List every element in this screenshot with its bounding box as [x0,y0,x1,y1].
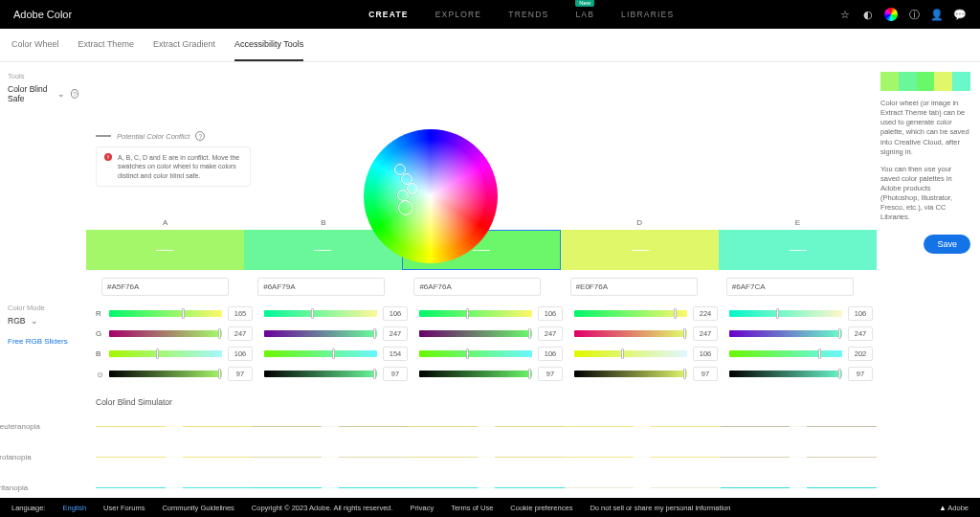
cbs-prot-label: Protanopia [0,453,96,461]
swatch-d[interactable] [561,230,719,270]
slider-bright-0[interactable] [109,371,222,377]
cbs-swatch [721,487,877,489]
slider-g-2[interactable] [419,330,532,337]
swatch-a[interactable] [86,230,244,270]
footer-terms[interactable]: Terms of Use [451,504,493,512]
val-r-2[interactable]: 106 [538,306,563,321]
sub-nav: Color Wheel Extract Theme Extract Gradie… [0,29,980,62]
color-wheel-icon[interactable] [884,8,898,21]
val-bright-1[interactable]: 97 [383,367,408,381]
footer-guidelines[interactable]: Community Guidelines [162,504,234,512]
tools-label: Tools [8,72,78,80]
star-icon[interactable]: ☆ [838,8,852,21]
slider-r-1[interactable] [264,310,377,317]
hex-d[interactable] [570,278,698,296]
cbs-swatch [721,457,877,459]
slider-g-3[interactable] [574,330,687,337]
subnav-extract[interactable]: Extract Theme [78,29,134,61]
footer-donotsell[interactable]: Do not sell or share my personal informa… [590,504,730,512]
val-b-3[interactable]: 106 [693,347,718,361]
val-b-4[interactable]: 202 [848,347,873,361]
free-sliders-link[interactable]: Free RGB Sliders [8,337,78,346]
slider-b-1[interactable] [264,350,377,357]
chevron-down-icon: ⌄ [57,89,65,99]
slider-bright-4[interactable] [729,371,842,377]
val-bright-2[interactable]: 97 [538,367,563,381]
val-b-0[interactable]: 106 [228,347,253,361]
main: Tools Color Blind Safe⌄ ? Color Mode RGB… [0,62,980,517]
help-icon[interactable]: ? [71,89,78,99]
val-r-3[interactable]: 224 [693,306,718,321]
val-g-1[interactable]: 247 [383,326,408,341]
hex-c[interactable] [413,278,541,296]
top-icons: ☆ ◐ ⓘ 👤 💬 [838,8,967,21]
footer-lang[interactable]: English [62,504,86,512]
slider-r-4[interactable] [729,310,842,317]
slider-g-0[interactable] [109,330,222,337]
center-panel: Potential Color Conflict ? ! A, B, C, D … [86,62,877,517]
nav-libraries[interactable]: LIBRARIES [621,10,674,19]
subnav-wheel[interactable]: Color Wheel [11,29,59,61]
nav-explore[interactable]: EXPLORE [435,10,482,19]
slider-b-3[interactable] [574,350,687,357]
slider-bright-3[interactable] [574,371,687,377]
cbs-swatch [96,487,252,489]
subnav-gradient[interactable]: Extract Gradient [153,29,215,61]
val-r-1[interactable]: 106 [383,306,408,321]
val-r-0[interactable]: 165 [228,306,253,321]
chat-icon[interactable]: 💬 [953,8,967,21]
val-bright-4[interactable]: 97 [848,367,873,381]
moon-icon[interactable]: ◐ [861,8,875,21]
val-g-0[interactable]: 247 [228,326,253,341]
slider-r-2[interactable] [419,310,532,317]
tool-selector[interactable]: Color Blind Safe⌄ ? [8,84,78,103]
nav-create[interactable]: CREATE [368,10,409,19]
warning-box: ! A, B, C, D and E are in conflict. Move… [96,146,251,187]
hex-e[interactable] [726,278,854,296]
val-g-3[interactable]: 247 [693,326,718,341]
cbs-swatch [565,457,721,459]
new-badge: New [575,0,594,7]
color-mode-label: Color Mode [8,303,78,312]
info-icon[interactable]: ⓘ [907,8,921,21]
val-g-2[interactable]: 247 [538,326,563,341]
footer-cookies[interactable]: Cookie preferences [510,504,572,512]
user-icon[interactable]: 👤 [930,8,944,21]
left-panel: Tools Color Blind Safe⌄ ? Color Mode RGB… [0,62,86,517]
footer-privacy[interactable]: Privacy [411,504,434,512]
slider-bright-1[interactable] [264,371,377,377]
subnav-access[interactable]: Accessibility Tools [234,29,303,61]
slider-b-4[interactable] [729,350,842,357]
hex-b[interactable] [257,278,385,296]
slider-r-3[interactable] [574,310,687,317]
cbs-swatch [408,426,564,428]
slider-b-0[interactable] [109,350,222,357]
footer-forums[interactable]: User Forums [103,504,145,512]
val-b-2[interactable]: 106 [538,347,563,361]
val-r-4[interactable]: 106 [848,306,873,321]
main-nav: CREATE EXPLORE TRENDS NewLAB LIBRARIES [368,10,674,19]
slider-g-4[interactable] [729,330,842,337]
slider-b-2[interactable] [419,350,532,357]
slider-bright-2[interactable] [419,371,532,377]
val-bright-0[interactable]: 97 [228,367,253,381]
val-bright-3[interactable]: 97 [693,367,718,381]
slider-g-1[interactable] [264,330,377,337]
nav-lab[interactable]: NewLAB [575,10,594,19]
help-icon[interactable]: ? [195,131,205,141]
val-b-1[interactable]: 154 [383,347,408,361]
nav-trends[interactable]: TRENDS [508,10,548,19]
slider-r-0[interactable] [109,310,222,317]
swatch-e[interactable] [719,230,877,270]
cbs-swatch [565,426,721,428]
cbs-deut-label: Deuteranopia [0,422,96,431]
color-wheel[interactable] [364,129,498,263]
cbs-trit-label: Tritanopia [0,483,96,492]
info-p1: Color wheel (or image in Extract Theme t… [880,99,970,157]
hex-a[interactable] [101,278,229,296]
cbs-swatch [252,426,408,428]
adobe-logo[interactable]: ▲ Adobe [939,504,969,512]
color-mode-select[interactable]: RGB⌄ [8,316,78,326]
val-g-4[interactable]: 247 [848,326,873,341]
save-button[interactable]: Save [924,235,970,254]
